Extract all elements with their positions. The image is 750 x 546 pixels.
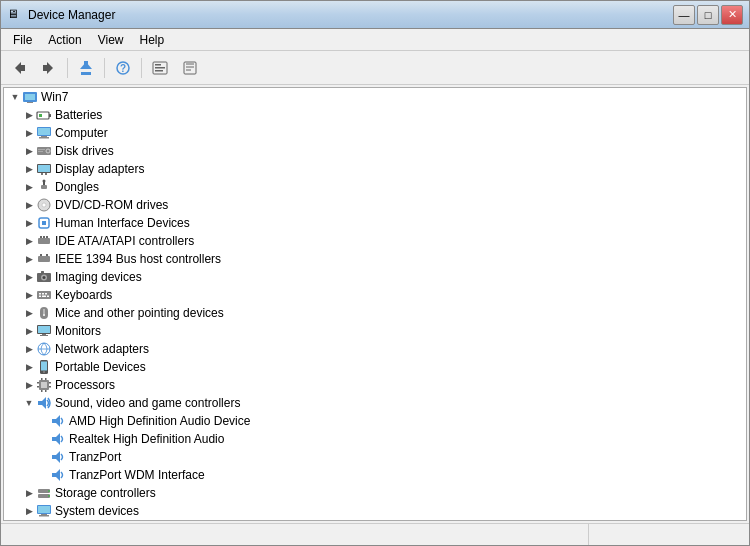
close-button[interactable]: ✕	[721, 5, 743, 25]
svg-rect-21	[49, 114, 51, 117]
svg-rect-41	[42, 221, 46, 225]
svg-rect-32	[38, 165, 50, 172]
svg-rect-45	[46, 236, 48, 238]
svg-rect-76	[41, 390, 43, 392]
portable-expand[interactable]: ▶	[22, 360, 36, 374]
minimize-button[interactable]: —	[673, 5, 695, 25]
dongles-icon	[36, 179, 52, 195]
svg-text:?: ?	[120, 63, 126, 74]
sound-expand[interactable]: ▼	[22, 396, 36, 410]
processors-expand[interactable]: ▶	[22, 378, 36, 392]
svg-rect-93	[41, 514, 47, 515]
svg-point-89	[48, 490, 50, 492]
tree-ieee1394[interactable]: ▶ IEEE 1394 Bus host controllers	[4, 250, 746, 268]
storage-label: Storage controllers	[55, 486, 156, 500]
batteries-expand[interactable]: ▶	[22, 108, 36, 122]
tree-tranzport[interactable]: ▶ TranzPort	[4, 448, 746, 466]
tree-mice[interactable]: ▶ Mice and other pointing devices	[4, 304, 746, 322]
tree-network[interactable]: ▶ Network adapters	[4, 340, 746, 358]
svg-rect-33	[41, 173, 43, 175]
tree-tranzport-wdm[interactable]: ▶ TranzPort WDM Interface	[4, 466, 746, 484]
tree-portable[interactable]: ▶ Portable Devices	[4, 358, 746, 376]
device-tree[interactable]: ▼ Win7 ▶	[3, 87, 747, 521]
menu-action[interactable]: Action	[40, 31, 89, 49]
monitors-label: Monitors	[55, 324, 101, 338]
computer-icon	[36, 125, 52, 141]
computer-expand[interactable]: ▶	[22, 126, 36, 140]
tree-monitors[interactable]: ▶ Monitors	[4, 322, 746, 340]
tranzport-wdm-icon	[50, 467, 66, 483]
ide-expand[interactable]: ▶	[22, 234, 36, 248]
tree-computer[interactable]: ▶ Computer	[4, 124, 746, 142]
svg-rect-80	[49, 382, 51, 384]
svg-rect-92	[38, 506, 50, 513]
toolbar-separator-1	[67, 58, 68, 78]
dongles-expand[interactable]: ▶	[22, 180, 36, 194]
help-button[interactable]	[176, 55, 204, 81]
mice-expand[interactable]: ▶	[22, 306, 36, 320]
tree-hid[interactable]: ▶ Human Interface Devices	[4, 214, 746, 232]
tree-dongles[interactable]: ▶ Dongles	[4, 178, 746, 196]
tree-realtek[interactable]: ▶ Realtek High Definition Audio	[4, 430, 746, 448]
root-expand[interactable]: ▼	[8, 90, 22, 104]
hid-expand[interactable]: ▶	[22, 216, 36, 230]
tree-ide[interactable]: ▶ IDE ATA/ATAPI controllers	[4, 232, 746, 250]
imaging-icon	[36, 269, 52, 285]
sound-icon	[36, 395, 52, 411]
tree-processors[interactable]: ▶ Processors	[4, 376, 746, 394]
monitors-expand[interactable]: ▶	[22, 324, 36, 338]
svg-point-90	[48, 495, 50, 497]
up-button[interactable]	[72, 55, 100, 81]
svg-marker-5	[80, 62, 92, 69]
forward-button[interactable]	[35, 55, 63, 81]
imaging-expand[interactable]: ▶	[22, 270, 36, 284]
dvd-drives-expand[interactable]: ▶	[22, 198, 36, 212]
svg-rect-74	[41, 378, 43, 380]
svg-rect-73	[41, 382, 47, 388]
svg-marker-86	[52, 469, 60, 481]
svg-rect-42	[38, 238, 50, 244]
window-icon: 🖥	[7, 7, 23, 23]
tree-storage[interactable]: ▶ Storage controllers	[4, 484, 746, 502]
disk-drives-expand[interactable]: ▶	[22, 144, 36, 158]
tree-imaging[interactable]: ▶ Imaging devices	[4, 268, 746, 286]
svg-rect-47	[40, 254, 42, 256]
menu-help[interactable]: Help	[132, 31, 173, 49]
tranzport-label: TranzPort	[69, 450, 121, 464]
svg-rect-48	[46, 254, 48, 256]
menu-view[interactable]: View	[90, 31, 132, 49]
ide-icon	[36, 233, 52, 249]
tree-root[interactable]: ▼ Win7	[4, 88, 746, 106]
menu-file[interactable]: File	[5, 31, 40, 49]
tree-keyboards[interactable]: ▶ Keyboards	[4, 286, 746, 304]
display-adapters-expand[interactable]: ▶	[22, 162, 36, 176]
tree-system[interactable]: ▶ System devices	[4, 502, 746, 520]
status-right	[589, 524, 749, 545]
network-expand[interactable]: ▶	[22, 342, 36, 356]
svg-rect-19	[27, 102, 33, 103]
amd-audio-icon	[50, 413, 66, 429]
system-expand[interactable]: ▶	[22, 504, 36, 518]
keyboards-icon	[36, 287, 52, 303]
svg-rect-35	[41, 185, 47, 189]
properties-button[interactable]	[146, 55, 174, 81]
svg-rect-66	[40, 335, 48, 336]
maximize-button[interactable]: □	[697, 5, 719, 25]
back-button[interactable]	[5, 55, 33, 81]
tree-dvd-drives[interactable]: ▶ DVD/CD-ROM drives	[4, 196, 746, 214]
tree-disk-drives[interactable]: ▶ Disk drives	[4, 142, 746, 160]
keyboards-expand[interactable]: ▶	[22, 288, 36, 302]
tree-usb[interactable]: ▶ Universal Serial Bus controllers	[4, 520, 746, 521]
svg-rect-26	[39, 137, 49, 139]
svg-rect-10	[155, 64, 161, 66]
svg-rect-65	[42, 334, 46, 335]
show-hide-button[interactable]: ?	[109, 55, 137, 81]
tree-display-adapters[interactable]: ▶ Display adapters	[4, 160, 746, 178]
tree-batteries[interactable]: ▶ Batteries	[4, 106, 746, 124]
svg-rect-94	[39, 515, 49, 517]
ieee1394-expand[interactable]: ▶	[22, 252, 36, 266]
tree-amd-audio[interactable]: ▶ AMD High Definition Audio Device	[4, 412, 746, 430]
tree-sound[interactable]: ▼ Sound, video and game controllers	[4, 394, 746, 412]
computer-label: Computer	[55, 126, 108, 140]
storage-expand[interactable]: ▶	[22, 486, 36, 500]
